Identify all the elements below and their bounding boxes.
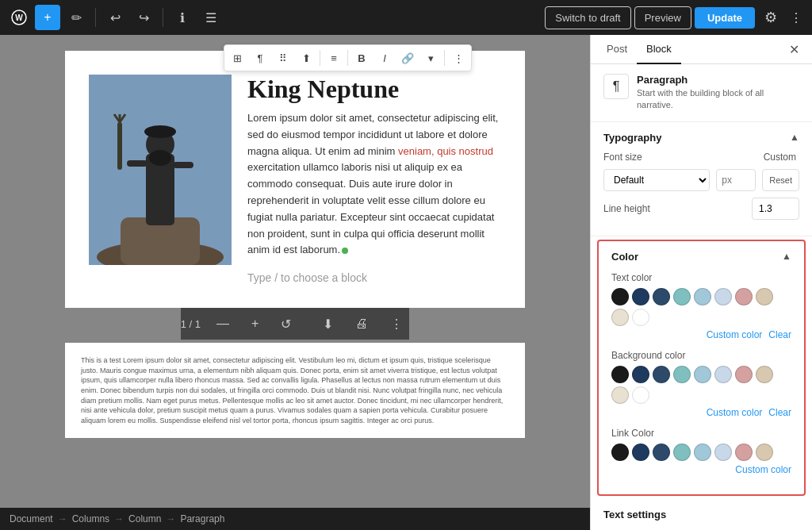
page-rotate-button[interactable]: ↺ xyxy=(274,313,297,335)
link-swatch-black[interactable] xyxy=(611,444,629,461)
color-section-toggle[interactable]: ▲ xyxy=(782,251,791,262)
toolbar-separator xyxy=(320,50,320,66)
list-view-button[interactable]: ☰ xyxy=(198,5,224,30)
swatch-navy[interactable] xyxy=(632,288,649,305)
align-icon: ≡ xyxy=(331,52,337,64)
add-block-button[interactable]: + xyxy=(35,5,60,30)
block-placeholder[interactable]: Type / to choose a block xyxy=(247,271,501,284)
swatch-teal[interactable] xyxy=(673,288,691,305)
bg-swatch-cream[interactable] xyxy=(611,386,629,404)
link-custom-color-link[interactable]: Custom color xyxy=(735,464,791,475)
link-swatch-teal[interactable] xyxy=(673,444,691,461)
king-neptune-image xyxy=(89,75,232,265)
line-height-row: Line height 1.3 xyxy=(603,198,799,220)
bold-button[interactable]: B xyxy=(350,47,373,69)
bg-swatch-teal[interactable] xyxy=(673,366,691,383)
align-button[interactable]: ≡ xyxy=(323,47,345,69)
switch-to-draft-button[interactable]: Switch to draft xyxy=(545,6,630,29)
typography-toggle[interactable]: ▲ xyxy=(790,132,799,143)
panel-close-button[interactable]: ✕ xyxy=(783,35,806,63)
move-up-button[interactable]: ⬆ xyxy=(295,47,317,69)
link-swatch-pale-blue[interactable] xyxy=(714,444,732,461)
line-height-input[interactable]: 1.3 xyxy=(752,198,799,220)
block-more-button[interactable]: ⋮ xyxy=(447,47,469,69)
tab-post[interactable]: Post xyxy=(597,35,637,64)
more-pages-button[interactable]: ⋮ xyxy=(384,313,409,335)
tools-button[interactable]: ✏ xyxy=(63,5,89,30)
pencil-icon: ✏ xyxy=(71,10,82,25)
font-size-reset-button[interactable]: Reset xyxy=(762,169,799,191)
veniam-link[interactable]: veniam, quis nostrud xyxy=(398,145,493,157)
bg-swatch-tan[interactable] xyxy=(756,366,773,383)
font-size-select[interactable]: Default xyxy=(603,169,710,191)
page-text-content: King Neptune Lorem ipsum dolor sit amet,… xyxy=(247,75,501,284)
download-button[interactable]: ⬇ xyxy=(316,313,339,335)
text-settings-title: Text settings xyxy=(603,509,666,520)
bg-color-clear-button[interactable]: Clear xyxy=(768,407,791,418)
text-color-actions: Custom color Clear xyxy=(611,329,791,340)
link-swatch-rose[interactable] xyxy=(735,444,753,461)
svg-point-7 xyxy=(144,125,176,138)
bg-swatch-light-blue[interactable] xyxy=(694,366,711,383)
link-swatch-tan[interactable] xyxy=(756,444,773,461)
redo-button[interactable]: ↪ xyxy=(131,5,156,30)
main-layout: ⊞ ¶ ⠿ ⬆ ≡ xyxy=(0,35,812,530)
transform-block-button[interactable]: ⊞ xyxy=(226,47,248,69)
bg-swatch-navy[interactable] xyxy=(632,366,649,383)
font-size-number-input[interactable] xyxy=(716,169,756,191)
bg-swatch-pale-blue[interactable] xyxy=(714,366,732,383)
swatch-black[interactable] xyxy=(611,288,629,305)
link-swatch-navy[interactable] xyxy=(632,444,649,461)
bg-color-swatches xyxy=(611,366,791,404)
page-wrapper: ⊞ ¶ ⠿ ⬆ ≡ xyxy=(0,35,590,508)
preview-button[interactable]: Preview xyxy=(634,6,691,29)
page-increase-button[interactable]: + xyxy=(245,313,265,334)
close-icon: ✕ xyxy=(789,43,799,56)
italic-icon: I xyxy=(383,52,386,64)
swatch-cream[interactable] xyxy=(611,309,629,326)
link-button[interactable]: 🔗 xyxy=(396,47,419,69)
swatch-light-blue[interactable] xyxy=(694,288,711,305)
text-custom-color-link[interactable]: Custom color xyxy=(707,329,763,340)
bg-swatch-dark-blue[interactable] xyxy=(653,366,670,383)
italic-button[interactable]: I xyxy=(373,47,396,69)
info-icon: ℹ xyxy=(180,10,185,25)
link-swatch-light-blue[interactable] xyxy=(694,444,711,461)
paragraph-block-desc: Start with the building block of all nar… xyxy=(637,87,799,112)
text-color-clear-button[interactable]: Clear xyxy=(768,329,791,340)
info-button[interactable]: ℹ xyxy=(170,5,195,30)
update-button[interactable]: Update xyxy=(695,7,755,29)
bg-swatch-black[interactable] xyxy=(611,366,629,383)
undo-button[interactable]: ↩ xyxy=(102,5,128,30)
tab-block[interactable]: Block xyxy=(637,35,681,64)
drag-handle-button[interactable]: ⠿ xyxy=(272,47,294,69)
bg-swatch-rose[interactable] xyxy=(735,366,753,383)
bg-swatch-white[interactable] xyxy=(632,386,649,404)
breadcrumb-columns[interactable]: Columns xyxy=(72,513,109,524)
breadcrumb-paragraph[interactable]: Paragraph xyxy=(180,513,224,524)
print-button[interactable]: 🖨 xyxy=(349,313,374,334)
link-swatch-dark-blue[interactable] xyxy=(653,444,670,461)
font-size-controls: Default Reset xyxy=(603,169,799,191)
breadcrumb-sep-2: → xyxy=(114,513,124,524)
page-counter-bar: 1 / 1 — + ↺ ⬇ 🖨 ⋮ xyxy=(181,308,410,340)
swatch-dark-blue[interactable] xyxy=(653,288,670,305)
statue-svg xyxy=(89,75,232,265)
text-options-dropdown-button[interactable]: ▾ xyxy=(419,47,442,69)
breadcrumb-document[interactable]: Document xyxy=(10,513,53,524)
swatch-white[interactable] xyxy=(632,309,649,326)
wp-logo-button[interactable]: W xyxy=(6,5,32,30)
swatch-pale-blue[interactable] xyxy=(714,288,732,305)
more-options-button[interactable]: ⋮ xyxy=(787,5,806,30)
breadcrumb-column[interactable]: Column xyxy=(128,513,161,524)
swatch-rose[interactable] xyxy=(735,288,753,305)
page-decrease-button[interactable]: — xyxy=(210,313,236,334)
bg-color-actions: Custom color Clear xyxy=(611,407,791,418)
minus-icon: — xyxy=(216,317,229,330)
svg-rect-10 xyxy=(117,122,122,170)
bg-custom-color-link[interactable]: Custom color xyxy=(707,407,763,418)
settings-button[interactable]: ⚙ xyxy=(758,5,783,30)
paragraph-type-button[interactable]: ¶ xyxy=(249,47,271,69)
swatch-tan[interactable] xyxy=(756,288,773,305)
thumbnail-text: This is a test Lorem ipsum dolor sit ame… xyxy=(81,355,509,425)
